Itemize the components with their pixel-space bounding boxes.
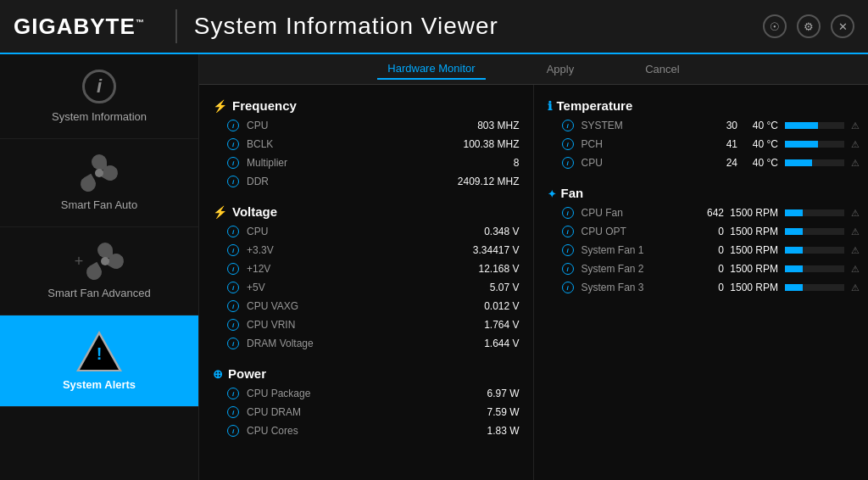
row-rpm: 1500 RPM [724, 226, 778, 237]
row-circle-icon: i [226, 281, 240, 294]
app-header: GIGABYTE™ System Information Viewer ☉ ⚙ … [0, 0, 868, 54]
voltage-row: i CPU VAXG 0.012 V [199, 297, 533, 315]
row-value: 1.83 W [452, 425, 520, 437]
alert-icon: ! [76, 331, 122, 371]
row-circle-icon: i [561, 243, 575, 257]
power-section-header: Power [199, 360, 533, 384]
row-label: System Fan 3 [581, 282, 701, 293]
power-row: i CPU Package 6.97 W [199, 384, 533, 403]
close-icon[interactable]: ✕ [831, 14, 854, 38]
frequency-row: i BCLK 100.38 MHZ [199, 135, 533, 153]
fan-section-icon [548, 186, 556, 200]
row-circle-icon: i [226, 337, 240, 350]
row-label: PCH [581, 138, 715, 150]
row-label: System Fan 1 [581, 244, 701, 256]
temperature-rows: i SYSTEM 30 40 °C ⚠ i PCH 41 40 °C ⚠ i C… [534, 116, 869, 179]
sidebar-item-smart-fan-advanced[interactable]: + Smart Fan Advanced [0, 227, 198, 315]
fan-bar [785, 265, 844, 272]
power-title: Power [228, 366, 266, 381]
sidebar-item-smart-fan-auto[interactable]: Smart Fan Auto [0, 139, 198, 227]
frequency-section-header: Frequency [199, 92, 533, 116]
row-num: 0 [700, 244, 724, 256]
row-circle-icon: i [226, 137, 240, 151]
power-row: i CPU DRAM 7.59 W [199, 403, 533, 421]
voltage-row: i +3.3V 3.34417 V [199, 241, 533, 260]
row-rpm: 1500 RPM [724, 207, 778, 219]
power-row: i CPU Cores 1.83 W [199, 421, 533, 440]
row-value: 6.97 W [452, 388, 520, 399]
fan-row: i System Fan 2 0 1500 RPM ⚠ [534, 260, 869, 278]
fan-title: Fan [561, 186, 584, 200]
frequency-row: i DDR 2409.12 MHZ [199, 172, 533, 191]
warn-icon: ⚠ [849, 244, 861, 256]
row-temp: 40 °C [737, 138, 778, 150]
globe-icon[interactable]: ☉ [763, 14, 787, 38]
row-temp: 40 °C [737, 157, 778, 169]
row-circle-icon: i [561, 206, 575, 220]
row-circle-icon: i [226, 262, 240, 276]
fan-row: i System Fan 3 0 1500 RPM ⚠ [534, 278, 869, 297]
brand-trademark: ™ [136, 18, 145, 27]
row-circle-icon: i [226, 405, 240, 419]
row-label: CPU Cores [247, 425, 452, 437]
fan-row: i CPU OPT 0 1500 RPM ⚠ [534, 222, 869, 241]
power-rows: i CPU Package 6.97 W i CPU DRAM 7.59 W i… [199, 384, 533, 447]
warn-icon: ⚠ [849, 120, 861, 131]
row-value: 12.168 V [452, 263, 520, 275]
row-num: 0 [700, 263, 724, 275]
tab-hardware-monitor[interactable]: Hardware Monitor [377, 59, 485, 80]
row-num: 30 [714, 120, 737, 131]
row-label: CPU DRAM [247, 406, 452, 418]
sidebar-item-label: System Information [52, 110, 147, 123]
row-value: 100.38 MHZ [452, 138, 520, 150]
row-circle-icon: i [226, 424, 240, 438]
sidebar-item-system-alerts[interactable]: ! System Alerts [0, 315, 198, 407]
row-label: BCLK [247, 138, 452, 150]
content-area: Hardware Monitor Apply Cancel Frequency … [199, 54, 868, 480]
frequency-title: Frequency [232, 98, 297, 113]
warn-icon: ⚠ [849, 226, 861, 237]
row-circle-icon: i [561, 137, 575, 151]
tab-bar: Hardware Monitor Apply Cancel [199, 54, 868, 85]
row-label: DRAM Voltage [247, 338, 452, 349]
fan-bar [785, 209, 844, 216]
row-label: SYSTEM [581, 120, 715, 131]
tab-cancel[interactable]: Cancel [635, 59, 689, 79]
row-value: 5.07 V [452, 282, 520, 293]
row-label: CPU Package [247, 388, 452, 399]
row-label: System Fan 2 [581, 263, 701, 275]
main-layout: i System Information Smart Fan Auto + [0, 54, 868, 480]
tab-apply[interactable]: Apply [537, 59, 585, 79]
fan-row: i CPU Fan 642 1500 RPM ⚠ [534, 204, 869, 222]
row-label: CPU [247, 226, 452, 237]
sidebar: i System Information Smart Fan Auto + [0, 54, 199, 480]
temperature-icon [548, 98, 552, 113]
temp-bar [785, 122, 844, 129]
row-value: 1.644 V [452, 338, 520, 349]
fan-bar [785, 284, 844, 291]
voltage-title: Voltage [232, 204, 277, 219]
voltage-row: i +5V 5.07 V [199, 278, 533, 297]
warn-icon: ⚠ [849, 138, 861, 150]
header-divider [175, 9, 177, 43]
row-circle-icon: i [561, 225, 575, 238]
voltage-icon [213, 204, 227, 219]
row-label: +12V [247, 263, 452, 275]
temperature-section-header: Temperature [534, 92, 869, 116]
temp-bar [785, 159, 844, 166]
row-value: 3.34417 V [452, 244, 520, 256]
row-rpm: 1500 RPM [724, 244, 778, 256]
info-icon: i [82, 70, 116, 103]
row-label: Multiplier [247, 157, 452, 169]
left-panel: Frequency i CPU 803 MHZ i BCLK 100.38 MH… [199, 85, 534, 480]
monitor-panels: Frequency i CPU 803 MHZ i BCLK 100.38 MH… [199, 85, 868, 480]
gear-icon[interactable]: ⚙ [797, 14, 821, 38]
row-circle-icon: i [226, 225, 240, 238]
frequency-rows: i CPU 803 MHZ i BCLK 100.38 MHZ i Multip… [199, 116, 533, 198]
row-label: CPU [581, 157, 715, 169]
sidebar-item-system-information[interactable]: i System Information [0, 54, 198, 139]
row-circle-icon: i [561, 281, 575, 294]
row-label: CPU Fan [581, 207, 701, 219]
row-circle-icon: i [226, 387, 240, 400]
power-icon [213, 366, 223, 381]
